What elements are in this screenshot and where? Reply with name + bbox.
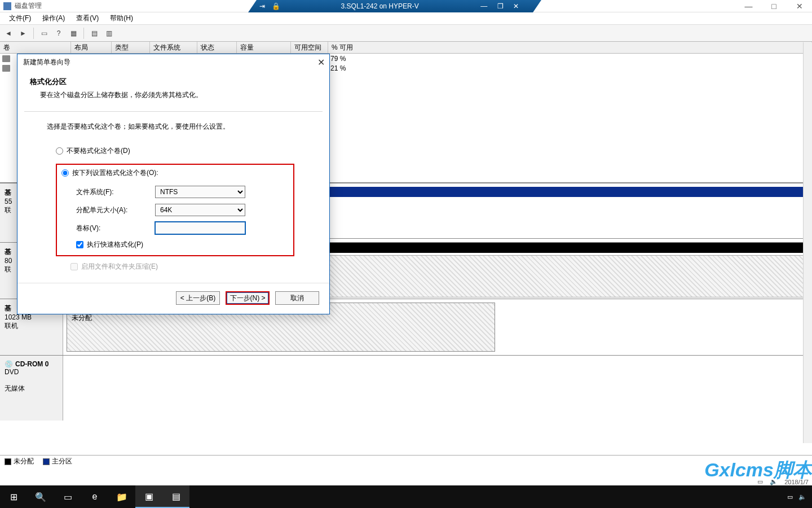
checkbox-compression-input [70, 263, 78, 270]
layout-top-icon[interactable]: ▤ [88, 27, 100, 40]
outer-titlebar: 磁盘管理 ⇥ 🔒 3.SQL1-242 on HYPER-V — ❐ ✕ — □… [0, 0, 812, 12]
checkbox-quick-format-label: 执行快速格式化(P) [87, 240, 143, 249]
row-volume-label: 卷标(V): [76, 222, 289, 234]
partition-status: 未分配 [72, 313, 490, 323]
wizard-buttons: < 上一步(B) 下一步(N) > 取消 [17, 283, 329, 314]
col-status[interactable]: 状态 [197, 42, 237, 53]
disk-info-cdrom[interactable]: 💿CD-ROM 0 DVD 无媒体 [0, 356, 63, 421]
select-filesystem[interactable]: NTFS [155, 186, 245, 198]
hyperv-close-button[interactable]: ✕ [513, 2, 519, 10]
format-options-box: 按下列设置格式化这个卷(O): 文件系统(F): NTFS 分配单元大小(A):… [56, 164, 294, 256]
checkbox-quick-format[interactable]: 执行快速格式化(P) [76, 240, 289, 249]
legend-swatch-unallocated [5, 458, 11, 465]
col-free[interactable]: 可用空间 [291, 42, 328, 53]
menu-view[interactable]: 查看(V) [70, 12, 104, 24]
watermark-text2: 脚本 [774, 459, 812, 480]
checkbox-quick-format-input[interactable] [76, 241, 83, 248]
watermark: Gxlcms脚本 [704, 457, 812, 483]
nav-back-icon[interactable]: ◄ [2, 27, 15, 40]
legend-label: 主分区 [52, 457, 72, 466]
col-filesystem[interactable]: 文件系统 [150, 42, 197, 53]
toolbar: ◄ ► ▭ ? ▦ ▤ ▥ [0, 25, 812, 42]
hyperv-restore-button[interactable]: ❐ [497, 2, 504, 10]
label-filesystem: 文件系统(F): [76, 187, 155, 197]
menu-bar: 文件(F) 操作(A) 查看(V) 帮助(H) [0, 12, 812, 25]
label-volume-label: 卷标(V): [76, 224, 155, 233]
taskbar-disk-mgmt-icon[interactable]: ▤ [162, 485, 189, 508]
tray-network-icon[interactable]: ▭ [787, 493, 793, 501]
row-filesystem: 文件系统(F): NTFS [76, 186, 289, 198]
app-title: 磁盘管理 [15, 1, 42, 11]
taskbar: ⊞ 🔍 ▭ e 📁 ▣ ▤ ▭ 🔈 [0, 485, 812, 508]
radio-do-not-format[interactable]: 不要格式化这个卷(D) [56, 146, 317, 156]
label-allocation: 分配单元大小(A): [76, 205, 155, 215]
outer-close-button[interactable]: ✕ [787, 0, 812, 12]
legend-primary: 主分区 [43, 457, 72, 466]
taskbar-explorer-icon[interactable]: 📁 [108, 485, 135, 508]
properties-icon[interactable]: ▦ [67, 27, 80, 40]
next-button[interactable]: 下一步(N) > [226, 291, 270, 305]
col-pct-free[interactable]: % 可用 [328, 42, 812, 53]
toolbar-separator [83, 28, 84, 39]
checkbox-compression: 启用文件和文件夹压缩(E) [70, 262, 317, 271]
app-icon [3, 2, 11, 10]
menu-help[interactable]: 帮助(H) [104, 12, 139, 24]
outer-window-controls: — □ ✕ [736, 0, 812, 12]
radio-format-label: 按下列设置格式化这个卷(O): [72, 168, 158, 178]
search-icon[interactable]: 🔍 [27, 485, 54, 508]
wizard-close-icon[interactable]: ✕ [317, 57, 325, 68]
help-icon[interactable]: ? [52, 27, 65, 40]
pin-icon[interactable]: ⇥ [259, 2, 265, 10]
radio-format-input[interactable] [61, 169, 69, 177]
watermark-text: Gxlcms [704, 459, 774, 480]
tray-sound-icon[interactable]: 🔈 [798, 493, 806, 501]
menu-action[interactable]: 操作(A) [37, 12, 70, 24]
radio-format[interactable]: 按下列设置格式化这个卷(O): [61, 168, 289, 178]
col-capacity[interactable]: 容量 [237, 42, 291, 53]
cdrom-name: CD-ROM 0 [15, 360, 48, 368]
view-list-icon[interactable]: ▭ [38, 27, 50, 40]
wizard-title: 新建简单卷向导 [23, 58, 70, 67]
disk-icon [2, 65, 10, 72]
nav-forward-icon[interactable]: ► [17, 27, 29, 40]
disk-icon [2, 55, 10, 62]
wizard-titlebar[interactable]: 新建简单卷向导 ✕ [17, 54, 329, 70]
legend-unallocated: 未分配 [5, 457, 34, 466]
disk-row-cdrom: 💿CD-ROM 0 DVD 无媒体 [0, 356, 812, 421]
wizard-heading: 格式化分区 [30, 77, 317, 87]
hyperv-minimize-button[interactable]: — [480, 2, 487, 10]
start-button[interactable]: ⊞ [0, 485, 27, 508]
col-volume[interactable]: 卷 [0, 42, 71, 53]
taskbar-ie-icon[interactable]: e [81, 485, 108, 508]
legend-swatch-primary [43, 458, 50, 465]
col-layout[interactable]: 布局 [71, 42, 112, 53]
outer-maximize-button[interactable]: □ [761, 0, 787, 12]
cancel-button[interactable]: 取消 [275, 291, 319, 305]
hyperv-window-buttons: — ❐ ✕ [473, 2, 519, 10]
checkbox-compression-label: 启用文件和文件夹压缩(E) [81, 262, 158, 271]
vertical-scrollbar[interactable] [803, 42, 812, 443]
cdrom-status: 无媒体 [5, 384, 58, 393]
disk-partitions [63, 356, 812, 421]
select-allocation[interactable]: 64K [155, 204, 245, 216]
vm-name: 3.SQL1-242 on HYPER-V [287, 2, 473, 10]
volume-list-header: 卷 布局 类型 文件系统 状态 容量 可用空间 % 可用 [0, 42, 812, 54]
cdrom-icon: 💿 [5, 360, 13, 368]
wizard-instruction: 选择是否要格式化这个卷；如果要格式化，要使用什么设置。 [47, 122, 317, 132]
row-allocation: 分配单元大小(A): 64K [76, 204, 289, 216]
taskview-icon[interactable]: ▭ [54, 485, 81, 508]
input-volume-label[interactable] [155, 222, 245, 234]
col-type[interactable]: 类型 [112, 42, 150, 53]
hyperv-connection-bar: ⇥ 🔒 3.SQL1-242 on HYPER-V — ❐ ✕ [248, 0, 541, 12]
back-button[interactable]: < 上一步(B) [176, 291, 220, 305]
cdrom-type: DVD [5, 368, 58, 376]
pct-free-value: 21 % [330, 64, 346, 72]
pct-free-value: 79 % [330, 55, 346, 63]
taskbar-server-manager-icon[interactable]: ▣ [135, 485, 162, 508]
outer-minimize-button[interactable]: — [736, 0, 761, 12]
lock-icon: 🔒 [272, 2, 280, 10]
layout-bottom-icon[interactable]: ▥ [103, 27, 115, 40]
menu-file[interactable]: 文件(F) [3, 12, 37, 24]
system-tray: ▭ 🔈 [787, 493, 812, 501]
radio-noformat-input[interactable] [56, 147, 63, 155]
